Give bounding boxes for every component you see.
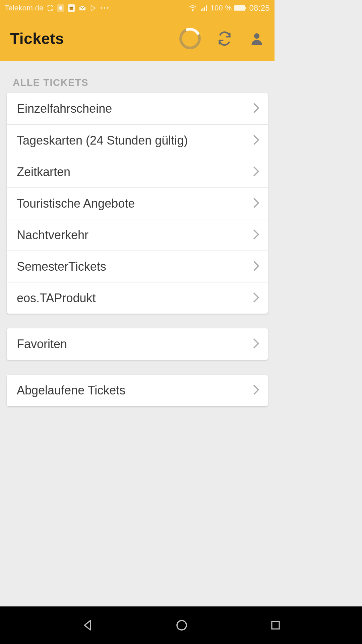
- chevron-right-icon: [252, 102, 260, 115]
- row-label: eos.TAProdukt: [17, 291, 96, 305]
- android-status-bar: Telekom.de ••• 100 %: [0, 0, 275, 16]
- svg-rect-5: [202, 8, 203, 11]
- sync-icon: [47, 5, 54, 11]
- row-label: Touristische Angebote: [17, 197, 135, 211]
- play-store-icon: [90, 4, 97, 12]
- category-touristische-angebote[interactable]: Touristische Angebote: [7, 187, 268, 219]
- app-header: Tickets: [0, 16, 275, 61]
- row-label: Einzelfahrscheine: [17, 102, 112, 116]
- svg-rect-7: [206, 5, 207, 11]
- row-label: Favoriten: [17, 337, 67, 351]
- content-area: ALLE TICKETS Einzelfahrscheine Tageskart…: [0, 61, 275, 406]
- loading-spinner-icon: [176, 25, 204, 52]
- refresh-button[interactable]: [216, 30, 233, 47]
- row-label: Nachtverkehr: [17, 228, 88, 242]
- category-semestertickets[interactable]: SemesterTickets: [7, 251, 268, 282]
- profile-button[interactable]: [248, 30, 265, 47]
- category-tageskarten[interactable]: Tageskarten (24 Stunden gültig): [7, 124, 268, 156]
- svg-point-11: [254, 33, 259, 39]
- battery-percent: 100 %: [210, 4, 232, 12]
- row-label: SemesterTickets: [17, 260, 106, 274]
- svg-point-3: [192, 10, 193, 11]
- status-right: 100 % 08:25: [188, 3, 270, 13]
- category-einzelfahrscheine[interactable]: Einzelfahrscheine: [7, 93, 268, 124]
- svg-rect-9: [235, 6, 244, 10]
- favorites-row[interactable]: Favoriten: [7, 328, 268, 360]
- svg-rect-10: [245, 7, 246, 9]
- ticket-categories-card: Einzelfahrscheine Tageskarten (24 Stunde…: [7, 93, 268, 314]
- carrier-label: Telekom.de: [5, 4, 44, 12]
- chevron-right-icon: [252, 260, 260, 273]
- expired-card: Abgelaufene Tickets: [7, 375, 268, 406]
- chevron-right-icon: [252, 134, 260, 147]
- chevron-right-icon: [252, 197, 260, 210]
- chevron-right-icon: [252, 292, 260, 305]
- svg-rect-4: [201, 9, 202, 11]
- expired-tickets-row[interactable]: Abgelaufene Tickets: [7, 375, 268, 406]
- status-left: Telekom.de •••: [5, 4, 110, 12]
- calendar-app-icon: [68, 4, 75, 12]
- chevron-right-icon: [252, 166, 260, 178]
- category-zeitkarten[interactable]: Zeitkarten: [7, 156, 268, 187]
- row-label: Abgelaufene Tickets: [17, 383, 125, 397]
- favorites-card: Favoriten: [7, 328, 268, 360]
- row-label: Zeitkarten: [17, 165, 70, 179]
- battery-icon: [234, 5, 246, 11]
- section-label-all-tickets: ALLE TICKETS: [7, 70, 268, 93]
- mail-app-icon: [78, 4, 86, 12]
- chevron-right-icon: [252, 338, 260, 351]
- chevron-right-icon: [252, 229, 260, 241]
- wifi-icon: [188, 4, 197, 12]
- signal-icon: [200, 4, 208, 12]
- svg-rect-6: [204, 7, 205, 11]
- category-eos-taprodukt[interactable]: eos.TAProdukt: [7, 282, 268, 314]
- svg-rect-1: [69, 7, 73, 8]
- page-title: Tickets: [10, 30, 64, 48]
- clock-label: 08:25: [249, 3, 270, 13]
- row-label: Tageskarten (24 Stunden gültig): [17, 133, 188, 148]
- shield-app-icon: [57, 4, 64, 12]
- category-nachtverkehr[interactable]: Nachtverkehr: [7, 219, 268, 251]
- more-icon: •••: [101, 5, 110, 12]
- chevron-right-icon: [252, 384, 260, 397]
